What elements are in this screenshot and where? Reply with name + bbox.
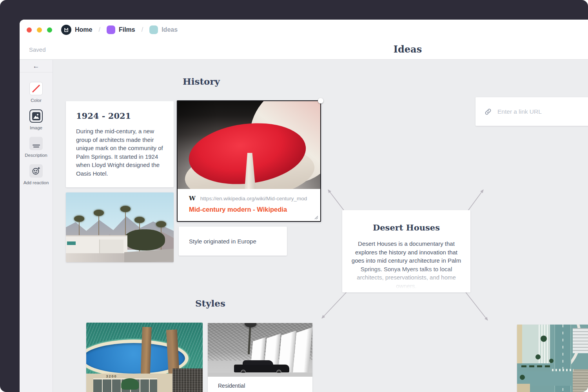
save-status: Saved xyxy=(29,46,46,53)
note-card-desert-houses[interactable]: Desert Houses Desert Houses is a documen… xyxy=(342,210,470,292)
breadcrumb-films-label: Films xyxy=(119,26,135,33)
section-heading-history[interactable]: History xyxy=(183,76,220,87)
link-meta: W https://en.wikipedia.org/wiki/Mid-cent… xyxy=(178,189,320,213)
wikipedia-favicon: W xyxy=(189,195,196,202)
purple-board-icon xyxy=(107,25,115,34)
tool-label: Description xyxy=(25,153,47,158)
tool-sidebar: ← Color xyxy=(20,60,53,392)
note-card-europe[interactable]: Style originated in Europe xyxy=(179,227,287,256)
breadcrumb-films[interactable]: Films xyxy=(107,25,135,34)
breadcrumb-home[interactable]: Home xyxy=(61,25,92,35)
note-body: Desert Houses is a documentary that expl… xyxy=(351,240,461,290)
color-swatch-icon xyxy=(29,82,43,95)
tool-label: Add reaction xyxy=(24,180,49,185)
note-title: 1924 - 2021 xyxy=(76,111,163,121)
breadcrumb: Home / Films / Ideas xyxy=(61,20,178,40)
note-card-1924[interactable]: 1924 - 2021 During the mid-century, a ne… xyxy=(66,101,174,187)
palm-springs-photo[interactable] xyxy=(66,192,174,262)
image-icon xyxy=(29,109,43,123)
tool-label: Color xyxy=(31,98,41,103)
wiki-link-card[interactable]: W https://en.wikipedia.org/wiki/Mid-cent… xyxy=(177,100,321,222)
image-caption: Residential xyxy=(208,377,312,392)
smiley-plus-icon xyxy=(29,164,43,178)
desktop-background: Home / Films / Ideas Saved Ideas xyxy=(0,0,588,392)
breadcrumb-ideas[interactable]: Ideas xyxy=(149,25,178,34)
note-title: Desert Houses xyxy=(351,223,461,232)
tool-description[interactable]: Description xyxy=(25,137,47,158)
sub-header: Saved Ideas xyxy=(20,40,588,60)
title-bar: Home / Films / Ideas xyxy=(20,20,588,40)
description-lines-icon xyxy=(29,137,43,150)
note-body: During the mid-century, a new group of a… xyxy=(76,127,163,178)
close-button[interactable] xyxy=(27,27,32,33)
minimize-button[interactable] xyxy=(37,27,42,33)
residential-photo xyxy=(208,323,312,377)
tool-label: Image xyxy=(30,125,42,130)
board-canvas[interactable]: History 1924 - 2021 During the mid-centu… xyxy=(53,60,588,392)
canopy-entrance-photo[interactable]: 3200 xyxy=(86,323,203,392)
link-url-input[interactable] xyxy=(497,108,581,115)
back-arrow-icon: ← xyxy=(33,62,40,70)
tulip-chair-photo xyxy=(178,101,320,189)
section-heading-styles[interactable]: Styles xyxy=(195,298,225,309)
zoom-button[interactable] xyxy=(47,27,52,33)
tool-list: Color Image xyxy=(20,73,53,192)
tool-color[interactable]: Color xyxy=(29,82,43,103)
collapse-sidebar-button[interactable]: ← xyxy=(20,60,53,73)
link-chain-icon xyxy=(484,108,492,116)
tool-image[interactable]: Image xyxy=(29,109,43,130)
link-input-card[interactable] xyxy=(475,97,588,126)
milanote-logo-icon xyxy=(61,25,71,35)
teal-board-icon xyxy=(149,25,158,34)
tool-add-reaction[interactable]: Add reaction xyxy=(24,164,49,185)
link-url: https://en.wikipedia.org/wiki/Mid-centur… xyxy=(200,196,307,201)
breadcrumb-ideas-label: Ideas xyxy=(162,26,178,33)
breadcrumb-home-label: Home xyxy=(75,26,92,33)
breadcrumb-separator: / xyxy=(96,26,102,33)
traffic-lights xyxy=(27,20,52,40)
note-text: Style originated in Europe xyxy=(189,238,256,245)
breadcrumb-separator: / xyxy=(140,26,145,33)
link-title[interactable]: Mid-century modern - Wikipedia xyxy=(189,206,309,213)
residential-image-card[interactable]: Residential xyxy=(208,323,312,392)
selection-handle[interactable] xyxy=(318,98,323,103)
aerial-street-photo[interactable] xyxy=(517,325,588,392)
building-number-sign: 3200 xyxy=(106,374,117,378)
app-window: Home / Films / Ideas Saved Ideas xyxy=(20,20,588,392)
board-title: Ideas xyxy=(394,44,422,55)
